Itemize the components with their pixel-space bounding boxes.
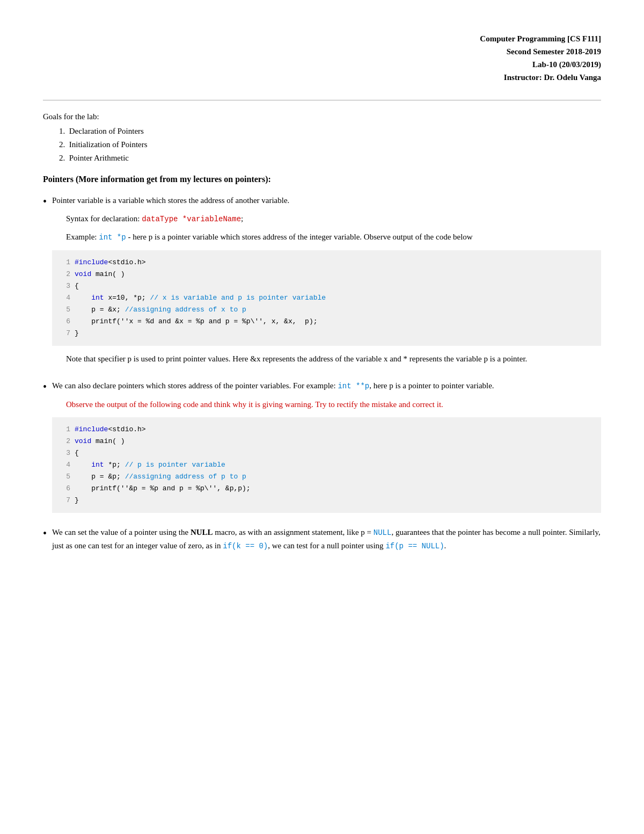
divider bbox=[43, 100, 601, 100]
header-line4: Instructor: Dr. Odelu Vanga bbox=[43, 71, 601, 84]
list-item: 2. Initialization of Pointers bbox=[59, 140, 601, 149]
null-keyword-1: NULL bbox=[191, 528, 213, 536]
bullet-dot-1: • bbox=[43, 194, 47, 209]
bullet-dot-3: • bbox=[43, 526, 47, 541]
null-code-2: NULL bbox=[374, 528, 392, 537]
list-item: 1. Declaration of Pointers bbox=[59, 127, 601, 136]
syntax-code: dataType *variableName bbox=[142, 215, 241, 223]
warning-para: Observe the output of the following code… bbox=[66, 398, 601, 411]
bullet-content-3: We can set the value of a pointer using … bbox=[52, 526, 601, 552]
if-code-1: if(k == 0) bbox=[223, 542, 268, 550]
bullet-content-2: We can also declare pointers which store… bbox=[52, 379, 601, 519]
bullet-item-2: • We can also declare pointers which sto… bbox=[43, 379, 601, 519]
syntax-para: Syntax for declaration: dataType *variab… bbox=[66, 212, 601, 225]
bullet-content-1: Pointer variable is a variable which sto… bbox=[52, 194, 601, 373]
section-heading: Pointers (More information get from my l… bbox=[43, 175, 601, 184]
note-para: Note that specifier p is used to print p… bbox=[66, 352, 601, 365]
header-line3: Lab-10 (20/03/2019) bbox=[43, 58, 601, 71]
example-para: Example: int *p - here p is a pointer va… bbox=[66, 230, 601, 243]
code-block-2: 1#include<stdio.h> 2void main( ) 3{ 4 in… bbox=[52, 417, 601, 513]
header-line1: Computer Programming [CS F111] bbox=[43, 32, 601, 45]
goals-list: 1. Declaration of Pointers 2. Initializa… bbox=[59, 127, 601, 163]
header-block: Computer Programming [CS F111] Second Se… bbox=[43, 32, 601, 84]
header-line2: Second Semester 2018-2019 bbox=[43, 45, 601, 58]
example-code: int *p bbox=[99, 233, 126, 242]
intro-code-2: int **p bbox=[338, 382, 369, 390]
list-item: 2. Pointer Arithmetic bbox=[59, 154, 601, 163]
goals-label: Goals for the lab: bbox=[43, 112, 601, 121]
bullet-item-3: • We can set the value of a pointer usin… bbox=[43, 526, 601, 552]
bullet-dot-2: • bbox=[43, 379, 47, 394]
bullet-item-1: • Pointer variable is a variable which s… bbox=[43, 194, 601, 373]
if-code-2: if(p == NULL) bbox=[385, 542, 444, 550]
code-block-1: 1#include<stdio.h> 2void main( ) 3{ 4 in… bbox=[52, 250, 601, 346]
